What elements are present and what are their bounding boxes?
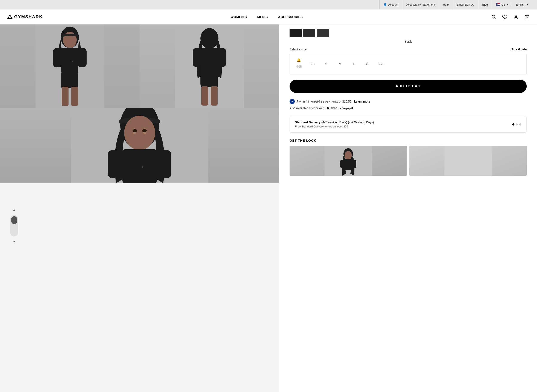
bag-icon[interactable] bbox=[524, 14, 530, 20]
scroll-indicator: ▲ ▼ bbox=[10, 206, 18, 245]
color-thumb-3[interactable] bbox=[317, 29, 329, 37]
logo[interactable]: GYMSHARK bbox=[7, 14, 43, 19]
main-nav: WOMEN'S MEN'S ACCESSORIES bbox=[230, 15, 303, 19]
nav-womens[interactable]: WOMEN'S bbox=[230, 15, 247, 19]
size-s-label: S bbox=[324, 61, 328, 68]
product-image-back-svg bbox=[140, 24, 279, 108]
svg-rect-16 bbox=[201, 48, 218, 73]
svg-rect-31 bbox=[156, 150, 171, 178]
svg-point-2 bbox=[515, 15, 517, 17]
size-xs[interactable]: XS bbox=[308, 61, 317, 68]
get-the-look-title: GET THE LOOK bbox=[290, 139, 527, 142]
product-image-front: ✦ bbox=[0, 24, 140, 108]
svg-rect-39 bbox=[444, 146, 492, 176]
chevron-down-icon: ▾ bbox=[527, 3, 528, 6]
size-l-label: L bbox=[352, 61, 356, 68]
size-xxs[interactable]: 🔔 XXS bbox=[294, 58, 304, 70]
svg-rect-36 bbox=[344, 159, 352, 170]
size-xl[interactable]: XL bbox=[363, 61, 372, 68]
paypal-payment-info: P Pay in 4 interest-free payments of $10… bbox=[290, 99, 527, 104]
color-thumb-1[interactable] bbox=[290, 29, 302, 37]
account-icon[interactable] bbox=[513, 14, 519, 20]
delivery-text: Standard Delivery (4-7 Working Days) (4-… bbox=[295, 121, 512, 128]
klarna-logo: Klarna. bbox=[327, 106, 338, 110]
paypal-icon: P bbox=[290, 99, 295, 104]
page-layout: ✦ bbox=[0, 24, 537, 392]
size-xs-label: XS bbox=[310, 61, 316, 68]
svg-rect-30 bbox=[108, 150, 123, 178]
svg-rect-12 bbox=[62, 87, 69, 106]
svg-rect-13 bbox=[71, 87, 78, 106]
scroll-up-button[interactable]: ▲ bbox=[11, 206, 18, 213]
size-header: Select a size Size Guide bbox=[290, 48, 527, 51]
size-xxl[interactable]: XXL bbox=[376, 61, 386, 68]
svg-point-35 bbox=[345, 151, 352, 160]
size-m-label: M bbox=[338, 61, 342, 68]
size-xxl-label: XXL bbox=[378, 61, 385, 68]
color-label: Black bbox=[290, 40, 527, 43]
svg-point-28 bbox=[142, 129, 147, 132]
product-image-closeup-svg: ✦ bbox=[0, 108, 279, 183]
svg-point-0 bbox=[492, 15, 495, 18]
svg-rect-20 bbox=[201, 86, 208, 106]
size-l[interactable]: L bbox=[349, 61, 358, 68]
wishlist-icon[interactable] bbox=[502, 14, 508, 20]
svg-rect-19 bbox=[201, 73, 218, 87]
delivery-card: Standard Delivery (4-7 Working Days) (4-… bbox=[290, 116, 527, 133]
add-to-bag-button[interactable]: ADD TO BAG bbox=[290, 79, 527, 93]
product-image-back bbox=[140, 24, 279, 108]
bell-icon: 🔔 bbox=[297, 58, 301, 62]
nav-mens[interactable]: MEN'S bbox=[257, 15, 268, 19]
search-icon[interactable] bbox=[491, 14, 497, 20]
scroll-thumb bbox=[11, 216, 17, 224]
dot-1 bbox=[512, 123, 514, 126]
flag-icon bbox=[496, 3, 500, 6]
svg-rect-29 bbox=[123, 149, 157, 183]
svg-rect-37 bbox=[340, 160, 345, 168]
product-images: ✦ bbox=[0, 24, 279, 392]
image-top-row: ✦ bbox=[0, 24, 279, 108]
look-images bbox=[290, 146, 527, 176]
help-link[interactable]: Help bbox=[439, 0, 453, 9]
account-icon: 👤 bbox=[383, 3, 387, 6]
look-image-1-svg bbox=[290, 146, 407, 176]
email-signup-link[interactable]: Email Sign Up bbox=[453, 0, 478, 9]
color-thumbnails bbox=[290, 29, 527, 37]
size-m[interactable]: M bbox=[335, 61, 345, 68]
size-xl-label: XL bbox=[365, 61, 370, 68]
scroll-down-button[interactable]: ▼ bbox=[11, 238, 18, 245]
product-image-closeup: ✦ bbox=[0, 108, 279, 183]
size-s[interactable]: S bbox=[322, 61, 331, 68]
svg-rect-17 bbox=[193, 48, 202, 67]
size-xxs-label: XXS bbox=[295, 63, 303, 70]
language-selector[interactable]: English ▾ bbox=[512, 3, 532, 6]
utility-bar: 👤 Account Accessibility Statement Help E… bbox=[0, 0, 537, 9]
svg-line-1 bbox=[494, 18, 496, 19]
dot-2 bbox=[516, 123, 518, 126]
logo-icon bbox=[7, 14, 13, 19]
get-the-look-section: GET THE LOOK bbox=[290, 139, 527, 176]
svg-rect-8 bbox=[53, 48, 62, 67]
afterpay-logo: afterpay↺ bbox=[340, 107, 353, 110]
country-selector[interactable]: US ▾ bbox=[492, 3, 512, 6]
svg-rect-18 bbox=[217, 48, 226, 67]
product-image-front-svg: ✦ bbox=[0, 24, 140, 108]
svg-rect-21 bbox=[211, 86, 218, 106]
blog-link[interactable]: Blog bbox=[478, 0, 492, 9]
size-selector-label: Select a size bbox=[290, 48, 307, 51]
size-guide-link[interactable]: Size Guide bbox=[511, 48, 527, 51]
accessibility-link[interactable]: Accessibility Statement bbox=[402, 0, 439, 9]
svg-text:✦: ✦ bbox=[141, 165, 144, 169]
svg-text:✦: ✦ bbox=[71, 60, 73, 62]
checkout-options: Also available at checkout: Klarna. afte… bbox=[290, 106, 527, 110]
checkout-prefix: Also available at checkout: bbox=[290, 106, 325, 110]
account-link[interactable]: 👤 Account bbox=[379, 0, 402, 9]
scroll-track bbox=[10, 215, 18, 236]
learn-more-link[interactable]: Learn more bbox=[354, 100, 370, 103]
color-thumb-2[interactable] bbox=[303, 29, 315, 37]
look-image-2[interactable] bbox=[409, 146, 527, 176]
main-header: GYMSHARK WOMEN'S MEN'S ACCESSORIES bbox=[0, 9, 537, 24]
nav-accessories[interactable]: ACCESSORIES bbox=[278, 15, 303, 19]
svg-rect-7 bbox=[61, 48, 78, 73]
look-image-1[interactable] bbox=[290, 146, 407, 176]
